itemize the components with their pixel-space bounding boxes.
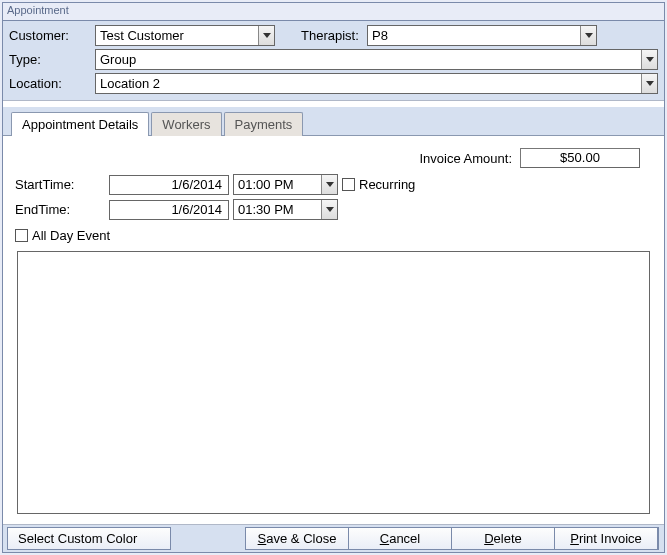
header-panel: Customer: Test Customer Therapist: P8 Ty…: [3, 21, 664, 101]
therapist-value: P8: [368, 26, 580, 45]
invoice-amount-field[interactable]: $50.00: [520, 148, 640, 168]
svg-marker-4: [326, 182, 334, 187]
mnemonic: P: [570, 531, 579, 546]
tab-body: Invoice Amount: $50.00 StartTime: 1/6/20…: [3, 136, 664, 524]
chevron-down-icon[interactable]: [580, 26, 596, 45]
notes-textarea[interactable]: [17, 251, 650, 514]
therapist-label: Therapist:: [281, 28, 361, 43]
tab-workers[interactable]: Workers: [151, 112, 221, 136]
end-date-field[interactable]: 1/6/2014: [109, 200, 229, 220]
svg-marker-1: [585, 33, 593, 38]
svg-marker-5: [326, 207, 334, 212]
chevron-down-icon[interactable]: [321, 175, 337, 194]
mnemonic: D: [484, 531, 493, 546]
end-time-value: 01:30 PM: [234, 200, 321, 219]
start-date-field[interactable]: 1/6/2014: [109, 175, 229, 195]
save-close-button[interactable]: Save & Close: [245, 527, 349, 550]
start-time-combo[interactable]: 01:00 PM: [233, 174, 338, 195]
separator: [658, 527, 662, 550]
end-time-combo[interactable]: 01:30 PM: [233, 199, 338, 220]
window-title: Appointment: [3, 3, 664, 21]
customer-combo[interactable]: Test Customer: [95, 25, 275, 46]
tabstrip: Appointment Details Workers Payments: [3, 107, 664, 136]
type-combo[interactable]: Group: [95, 49, 658, 70]
cancel-button[interactable]: Cancel: [348, 527, 452, 550]
start-time-value: 01:00 PM: [234, 175, 321, 194]
start-time-label: StartTime:: [15, 177, 105, 192]
chevron-down-icon[interactable]: [321, 200, 337, 219]
recurring-checkbox[interactable]: [342, 178, 355, 191]
svg-marker-0: [263, 33, 271, 38]
print-invoice-button[interactable]: Print Invoice: [554, 527, 658, 550]
end-time-label: EndTime:: [15, 202, 105, 217]
tab-payments[interactable]: Payments: [224, 112, 304, 136]
footer: Select Custom Color Save & Close Cancel …: [3, 524, 664, 552]
button-label: ancel: [389, 531, 420, 546]
svg-marker-3: [646, 81, 654, 86]
location-label: Location:: [9, 76, 89, 91]
button-label: elete: [494, 531, 522, 546]
appointment-window: Appointment Customer: Test Customer Ther…: [2, 2, 665, 553]
delete-button[interactable]: Delete: [451, 527, 555, 550]
chevron-down-icon[interactable]: [641, 74, 657, 93]
tab-appointment-details[interactable]: Appointment Details: [11, 112, 149, 136]
location-combo[interactable]: Location 2: [95, 73, 658, 94]
mnemonic: S: [258, 531, 267, 546]
mnemonic: C: [380, 531, 389, 546]
customer-label: Customer:: [9, 28, 89, 43]
select-custom-color-button[interactable]: Select Custom Color: [7, 527, 171, 550]
button-label: rint Invoice: [579, 531, 642, 546]
chevron-down-icon[interactable]: [641, 50, 657, 69]
chevron-down-icon[interactable]: [258, 26, 274, 45]
allday-checkbox[interactable]: [15, 229, 28, 242]
type-value: Group: [96, 50, 641, 69]
recurring-label: Recurring: [359, 177, 415, 192]
therapist-combo[interactable]: P8: [367, 25, 597, 46]
invoice-amount-label: Invoice Amount:: [420, 151, 513, 166]
location-value: Location 2: [96, 74, 641, 93]
customer-value: Test Customer: [96, 26, 258, 45]
type-label: Type:: [9, 52, 89, 67]
button-label: ave & Close: [266, 531, 336, 546]
allday-label: All Day Event: [32, 228, 110, 243]
svg-marker-2: [646, 57, 654, 62]
